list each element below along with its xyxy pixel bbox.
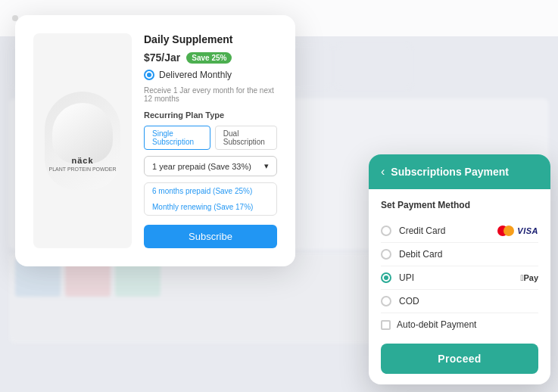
payment-panel-title: Subscriptions Payment	[391, 166, 509, 178]
tab-dual[interactable]: Dual Subscription	[215, 126, 277, 150]
dropdown-option-1[interactable]: 6 months prepaid (Save 25%)	[145, 183, 276, 199]
price-row: $75/Jar Save 25%	[144, 51, 277, 64]
cod-left: COD	[381, 296, 419, 306]
product-name: Daily Supplement	[144, 33, 277, 45]
mastercard-icon	[497, 226, 514, 236]
apple-logo: 	[520, 273, 523, 282]
delivery-label: Delivered Monthly	[159, 70, 232, 80]
payment-header: ‹ Subscriptions Payment	[369, 154, 550, 189]
tab-single[interactable]: Single Subscription	[144, 126, 210, 150]
product-card: näck PLANT PROTEIN POWDER Daily Suppleme…	[15, 15, 295, 266]
debit-card-label: Debit Card	[399, 249, 442, 260]
upi-label: UPI	[399, 272, 414, 283]
upi-radio[interactable]	[381, 272, 391, 283]
debit-card-radio[interactable]	[381, 249, 391, 260]
plan-tabs: Single Subscription Dual Subscription	[144, 126, 277, 150]
delivery-radio[interactable]	[144, 70, 154, 80]
product-image-area: näck PLANT PROTEIN POWDER	[33, 33, 132, 248]
payment-panel: ‹ Subscriptions Payment Set Payment Meth…	[369, 154, 550, 384]
auto-debit-row[interactable]: Auto-debit Payment	[381, 313, 538, 336]
payment-body: Set Payment Method Credit Card VISA Debi…	[369, 189, 550, 384]
save-badge: Save 25%	[186, 52, 232, 64]
payment-option-cod[interactable]: COD	[381, 290, 538, 313]
chevron-down-icon: ▾	[264, 161, 269, 171]
payment-option-debit-card[interactable]: Debit Card	[381, 243, 538, 266]
brand-subtitle: PLANT PROTEIN POWDER	[49, 166, 117, 172]
auto-debit-label: Auto-debit Payment	[397, 319, 476, 330]
dropdown-options: 6 months prepaid (Save 25%) Monthly rene…	[144, 182, 277, 216]
proceed-button[interactable]: Proceed	[381, 344, 538, 374]
auto-debit-checkbox[interactable]	[381, 320, 391, 330]
credit-card-left: Credit Card	[381, 226, 445, 236]
debit-card-left: Debit Card	[381, 249, 442, 260]
dropdown-selected-value: 1 year prepaid (Save 33%)	[152, 162, 251, 171]
product-info: Daily Supplement $75/Jar Save 25% Delive…	[144, 33, 277, 248]
visa-icon: VISA	[517, 226, 538, 235]
plan-type-label: Recurring Plan Type	[144, 110, 277, 120]
cod-label: COD	[399, 296, 419, 306]
upi-left: UPI	[381, 272, 414, 283]
dropdown-option-2[interactable]: Monthly renewing (Save 17%)	[145, 199, 276, 215]
product-image: näck PLANT PROTEIN POWDER	[45, 92, 120, 190]
delivery-option[interactable]: Delivered Monthly	[144, 70, 277, 80]
subscribe-button[interactable]: Subscribe	[144, 225, 277, 248]
card-icons: VISA	[497, 226, 538, 236]
plan-dropdown[interactable]: 1 year prepaid (Save 33%) ▾	[144, 156, 277, 176]
cod-radio[interactable]	[381, 296, 391, 306]
delivery-desc: Receive 1 Jar every month for the next 1…	[144, 86, 277, 103]
credit-card-radio[interactable]	[381, 226, 391, 236]
credit-card-label: Credit Card	[399, 226, 445, 236]
apple-pay-icon: Pay	[520, 273, 538, 282]
payment-option-upi[interactable]: UPI Pay	[381, 266, 538, 290]
back-button[interactable]: ‹	[381, 165, 385, 179]
brand-name: näck	[71, 156, 93, 165]
payment-subtitle: Set Payment Method	[381, 200, 538, 210]
mastercard-right-circle	[503, 226, 514, 236]
product-price: $75/Jar	[144, 51, 180, 64]
payment-option-credit-card[interactable]: Credit Card VISA	[381, 219, 538, 243]
